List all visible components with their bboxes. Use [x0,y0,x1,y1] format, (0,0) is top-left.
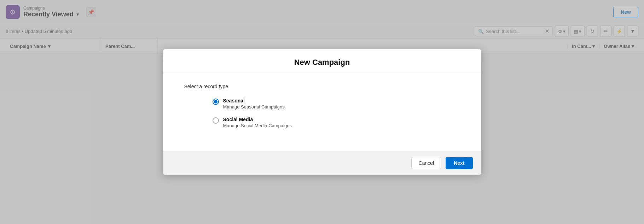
next-button[interactable]: Next [446,157,472,169]
radio-seasonal[interactable] [213,99,219,105]
radio-social-media[interactable] [213,117,219,124]
modal-footer: Cancel Next [163,151,481,175]
option-social-media-desc: Manage Social Media Campaigns [223,123,292,128]
cancel-button[interactable]: Cancel [411,157,442,169]
option-social-media-name: Social Media [223,117,292,122]
option-seasonal-text: Seasonal Manage Seasonal Campaigns [223,98,285,110]
option-seasonal-name: Seasonal [223,98,285,103]
record-options: Seasonal Manage Seasonal Campaigns Socia… [184,98,460,128]
new-campaign-modal: New Campaign Select a record type Season… [163,49,481,175]
option-social-media[interactable]: Social Media Manage Social Media Campaig… [213,117,460,128]
record-type-label: Select a record type [184,84,460,89]
option-seasonal[interactable]: Seasonal Manage Seasonal Campaigns [213,98,460,110]
modal-body: Select a record type Seasonal Manage Sea… [163,73,481,151]
modal-header: New Campaign [163,49,481,73]
option-social-media-text: Social Media Manage Social Media Campaig… [223,117,292,128]
modal-title: New Campaign [174,58,470,67]
option-seasonal-desc: Manage Seasonal Campaigns [223,104,285,110]
